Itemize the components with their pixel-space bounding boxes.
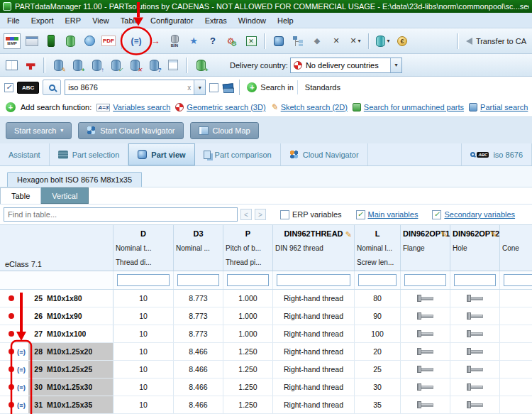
abc-search-button[interactable]: ABC <box>17 82 39 94</box>
cell-din962opt1[interactable] <box>401 343 450 360</box>
cell-din962opt2[interactable] <box>450 361 500 378</box>
cell-din962opt2[interactable] <box>450 290 500 307</box>
cell-d[interactable]: 10 <box>113 396 174 413</box>
search-option-checkbox[interactable] <box>209 83 218 92</box>
cell-din962opt2[interactable] <box>450 396 500 413</box>
row-config-icon[interactable]: (≡) <box>14 343 28 360</box>
row-name-cell[interactable]: (≡)30M10x1.25x30 <box>0 378 113 396</box>
menu-file[interactable]: File <box>1 14 26 27</box>
cell-din962opt2[interactable] <box>450 343 500 360</box>
cell-d3[interactable]: 8.773 <box>174 325 223 342</box>
favorites-star-icon[interactable]: ★ <box>185 32 202 50</box>
cell-din962opt2[interactable] <box>450 378 500 396</box>
filter-input-din962opt2[interactable] <box>454 274 496 286</box>
search-filter-checkbox[interactable]: ✓ <box>4 83 13 92</box>
filter-input-din962thread[interactable] <box>277 274 350 286</box>
column-header-din962opt2[interactable]: DIN962OPT2✎Hole <box>450 225 500 271</box>
row-config-icon[interactable]: (≡) <box>14 378 28 396</box>
menu-export[interactable]: Export <box>26 14 60 27</box>
main-variables-checkbox[interactable]: ✓ <box>356 210 365 219</box>
report-list-icon[interactable] <box>165 56 182 75</box>
window-split-icon[interactable] <box>3 56 20 75</box>
database-question-icon[interactable]: ? <box>145 56 162 75</box>
cell-p[interactable]: 1.250 <box>223 396 273 413</box>
menu-configurator[interactable]: Configurator <box>145 14 199 27</box>
delete-icon[interactable]: ✕ <box>328 32 345 50</box>
cell-din962opt1[interactable] <box>401 325 450 342</box>
cell-cone[interactable] <box>500 361 532 378</box>
start-search-button[interactable]: Start search ▾ <box>6 122 72 139</box>
tab-assistant[interactable]: Assistant <box>0 143 50 165</box>
database-add-icon[interactable]: + <box>69 56 86 75</box>
cell-l[interactable]: 35 <box>355 396 401 413</box>
row-name-cell[interactable]: (≡)31M10x1.25x35 <box>0 396 113 413</box>
cell-l[interactable]: 20 <box>355 343 401 360</box>
part-3d-icon[interactable] <box>270 32 287 50</box>
row-label[interactable]: 30M10x1.25x30 <box>28 378 113 396</box>
column-header-din962thread[interactable]: DIN962THREAD✎DIN 962 thread <box>273 225 355 271</box>
cell-l[interactable]: 25 <box>355 361 401 378</box>
battery-icon[interactable] <box>43 32 60 50</box>
table-export-icon[interactable]: → <box>147 32 164 50</box>
row-label[interactable]: 27M10x1x100 <box>28 325 113 342</box>
database-check-icon[interactable]: ✓ <box>107 56 124 75</box>
erp-variables-checkbox[interactable] <box>280 210 289 219</box>
clear-search-icon[interactable]: x <box>184 84 194 92</box>
cell-din962thread[interactable]: Right-hand thread <box>273 290 355 307</box>
cell-l[interactable]: 90 <box>355 307 401 325</box>
cell-p[interactable]: 1.250 <box>223 343 273 360</box>
cell-p[interactable]: 1.000 <box>223 307 273 325</box>
filter-input-p[interactable] <box>227 274 269 286</box>
cell-din962opt2[interactable] <box>450 325 500 342</box>
table-view-tab[interactable]: Table <box>0 187 41 204</box>
column-header-d[interactable]: DNominal t...Thread di... <box>113 225 174 271</box>
database-open-icon[interactable]: ✎ <box>50 56 67 75</box>
add-search-icon[interactable]: + <box>247 82 257 92</box>
table-row-25[interactable]: 25M10x1x80108.7731.000Right-hand thread8… <box>0 290 532 307</box>
database-refresh-icon[interactable] <box>62 32 79 50</box>
currency-icon[interactable]: € <box>394 32 411 50</box>
partial-search-link[interactable]: Partial search <box>480 103 528 111</box>
cell-cone[interactable] <box>500 343 532 360</box>
filter-input-din962opt1[interactable] <box>404 274 446 286</box>
table-row-26[interactable]: 26M10x1x90108.7731.000Right-hand thread9… <box>0 307 532 325</box>
find-previous-button[interactable]: < <box>240 209 252 220</box>
configurator-button[interactable]: (≡) <box>128 32 145 50</box>
find-next-button[interactable]: > <box>255 209 266 220</box>
cell-cone[interactable] <box>500 290 532 307</box>
cell-din962opt1[interactable] <box>401 361 450 378</box>
cell-l[interactable]: 30 <box>355 378 401 396</box>
cell-din962opt2[interactable] <box>450 307 500 325</box>
row-name-cell[interactable]: 27M10x1x100 <box>0 325 113 342</box>
catalog-books-icon[interactable] <box>222 82 233 92</box>
table-row-28[interactable]: (≡)28M10x1.25x20108.4661.250Right-hand t… <box>0 343 532 361</box>
cell-d3[interactable]: 8.773 <box>174 290 223 307</box>
cell-l[interactable]: 100 <box>355 325 401 342</box>
cell-din962thread[interactable]: Right-hand thread <box>273 396 355 413</box>
database-plus-icon[interactable]: + <box>192 56 209 75</box>
cell-cone[interactable] <box>500 325 532 342</box>
menu-window[interactable]: Window <box>233 14 272 27</box>
row-name-cell[interactable]: 26M10x1x90 <box>0 307 113 325</box>
menu-help[interactable]: Help <box>272 14 299 27</box>
tab-cloud-navigator[interactable]: Cloud Navigator <box>281 143 368 165</box>
cell-cone[interactable] <box>500 307 532 325</box>
table-row-29[interactable]: (≡)29M10x1.25x25108.4661.250Right-hand t… <box>0 361 532 378</box>
delete-menu-icon[interactable]: ✕▾ <box>347 32 364 50</box>
row-name-cell[interactable]: (≡)28M10x1.25x20 <box>0 343 113 360</box>
row-label[interactable]: 26M10x1x90 <box>28 307 113 325</box>
cell-din962opt1[interactable] <box>401 290 450 307</box>
chevron-down-icon[interactable]: ▾ <box>390 58 401 72</box>
material-icon[interactable]: ▾ <box>375 32 392 50</box>
edit-pencil-icon[interactable]: ✎ <box>345 227 352 242</box>
row-label[interactable]: 28M10x1.25x20 <box>28 343 113 360</box>
cell-din962opt1[interactable] <box>401 396 450 413</box>
bmp-export-button[interactable]: BMP <box>3 32 21 50</box>
sketch-search-link[interactable]: Sketch search (2D) <box>281 103 348 111</box>
column-header-din962opt1[interactable]: DIN962OPT1✎Flange <box>401 225 450 271</box>
search-history-dropdown[interactable]: ▾ <box>194 80 205 94</box>
filter-input-d[interactable] <box>117 274 170 286</box>
excel-export-icon[interactable]: ✕ <box>243 32 260 50</box>
cell-d3[interactable]: 8.466 <box>174 378 223 396</box>
edit-pencil-icon[interactable]: ✎ <box>441 227 448 242</box>
